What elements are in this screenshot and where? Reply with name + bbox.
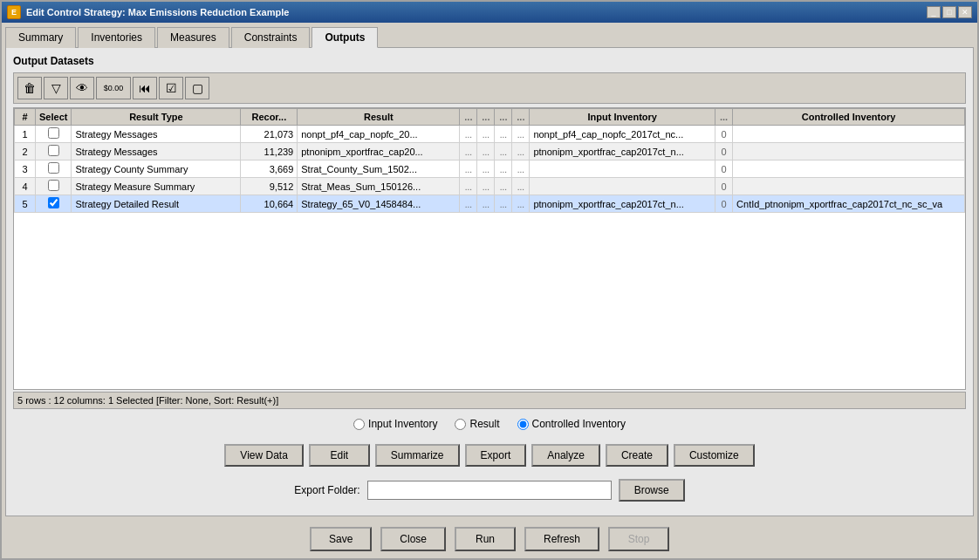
col-header-d4: ... (512, 109, 530, 126)
main-window: E Edit Control Strategy: Max Emissions R… (0, 0, 979, 560)
cell-select[interactable] (36, 143, 72, 160)
cell-result-type: Strategy County Summary (72, 160, 241, 178)
tab-outputs[interactable]: Outputs (312, 27, 378, 48)
check-button[interactable]: ☑ (159, 77, 183, 99)
cell-records: 3,669 (241, 160, 298, 178)
tab-summary[interactable]: Summary (5, 27, 76, 48)
cell-select[interactable] (36, 160, 72, 178)
cell-input-inventory: nonpt_pf4_cap_nopfc_2017ct_nc... (530, 126, 715, 143)
cell-num: 4 (15, 178, 36, 195)
table-row[interactable]: 5 Strategy Detailed Result 10,664 Strate… (15, 195, 965, 213)
row-checkbox-1[interactable] (48, 127, 59, 139)
export-folder-label: Export Folder: (294, 484, 359, 496)
cell-controlled-inventory (733, 178, 965, 195)
output-toolbar: 🗑 ▽ 👁 $0.00 ⏮ ☑ ▢ (13, 72, 966, 104)
cell-d5: 0 (715, 126, 733, 143)
cell-controlled-inventory (733, 143, 965, 160)
export-button[interactable]: Export (465, 444, 527, 467)
radio-result[interactable]: Result (455, 418, 499, 430)
title-bar: E Edit Control Strategy: Max Emissions R… (2, 2, 977, 23)
cell-input-inventory (530, 160, 715, 178)
customize-button[interactable]: Customize (674, 444, 755, 467)
tab-inventories[interactable]: Inventories (78, 27, 155, 48)
row-checkbox-2[interactable] (48, 145, 59, 156)
maximize-button[interactable]: □ (942, 6, 956, 18)
cell-input-inventory: ptnonipm_xportfrac_cap2017ct_n... (530, 195, 715, 213)
table-row[interactable]: 1 Strategy Messages 21,073 nonpt_pf4_cap… (15, 126, 965, 143)
cell-d1: ... (460, 178, 477, 195)
window-controls: _ □ ✕ (927, 6, 972, 18)
minimize-button[interactable]: _ (927, 6, 941, 18)
tab-measures[interactable]: Measures (157, 27, 229, 48)
cell-result: Strat_Meas_Sum_150126... (298, 178, 460, 195)
window-title: Edit Control Strategy: Max Emissions Red… (26, 7, 921, 17)
cell-d4: ... (512, 178, 530, 195)
summarize-button[interactable]: Summarize (375, 444, 460, 467)
cell-result: Strategy_65_V0_1458484... (298, 195, 460, 213)
radio-input-inventory-input[interactable] (353, 419, 365, 430)
radio-result-input[interactable] (455, 419, 466, 430)
cost-button[interactable]: $0.00 (96, 77, 131, 99)
first-button[interactable]: ⏮ (133, 77, 157, 99)
delete-button[interactable]: 🗑 (17, 77, 42, 99)
row-checkbox-4[interactable] (48, 180, 59, 191)
filter-button[interactable]: ▽ (44, 77, 68, 99)
cell-d2: ... (477, 143, 495, 160)
view-button[interactable]: 👁 (70, 77, 94, 99)
cell-num: 1 (15, 126, 36, 143)
col-header-controlled-inventory: Controlled Inventory (733, 109, 965, 126)
table-row[interactable]: 3 Strategy County Summary 3,669 Strat_Co… (15, 160, 965, 178)
col-header-d5: ... (715, 109, 733, 126)
view-data-button[interactable]: View Data (224, 444, 303, 467)
refresh-button[interactable]: Refresh (524, 527, 599, 551)
status-bar: 5 rows : 12 columns: 1 Selected [Filter:… (13, 392, 966, 409)
cell-controlled-inventory (733, 160, 965, 178)
cell-input-inventory (530, 178, 715, 195)
cell-d1: ... (460, 143, 477, 160)
cell-records: 11,239 (241, 143, 298, 160)
run-button[interactable]: Run (455, 527, 516, 551)
export-folder-input[interactable] (367, 481, 612, 500)
stop-button[interactable]: Stop (608, 527, 669, 551)
edit-button[interactable]: Edit (309, 444, 370, 467)
cell-records: 10,664 (241, 195, 298, 213)
tab-constraints[interactable]: Constraints (231, 27, 311, 48)
cell-d2: ... (477, 126, 495, 143)
cell-num: 5 (15, 195, 36, 213)
cell-d4: ... (512, 195, 530, 213)
output-table-container: # Select Result Type Recor... Result ...… (13, 107, 966, 390)
cell-select[interactable] (36, 195, 72, 213)
analyze-button[interactable]: Analyze (531, 444, 600, 467)
cell-d4: ... (512, 160, 530, 178)
cell-result-type: Strategy Measure Summary (72, 178, 241, 195)
cell-d5: 0 (715, 178, 733, 195)
col-header-records: Recor... (241, 109, 298, 126)
cell-controlled-inventory (733, 126, 965, 143)
browse-button[interactable]: Browse (619, 479, 685, 502)
col-header-d3: ... (495, 109, 512, 126)
cell-select[interactable] (36, 126, 72, 143)
output-table: # Select Result Type Recor... Result ...… (14, 108, 965, 213)
cell-result: ptnonipm_xportfrac_cap20... (298, 143, 460, 160)
cell-result-type: Strategy Messages (72, 143, 241, 160)
row-checkbox-5[interactable] (48, 197, 59, 208)
uncheck-button[interactable]: ▢ (185, 77, 209, 99)
cell-result: Strat_County_Sum_1502... (298, 160, 460, 178)
row-checkbox-3[interactable] (48, 162, 59, 174)
table-row[interactable]: 2 Strategy Messages 11,239 ptnonipm_xpor… (15, 143, 965, 160)
cell-d2: ... (477, 178, 495, 195)
create-button[interactable]: Create (606, 444, 668, 467)
app-icon: E (7, 5, 21, 19)
cell-d3: ... (495, 178, 512, 195)
radio-input-inventory[interactable]: Input Inventory (353, 418, 437, 430)
close-button[interactable]: ✕ (958, 6, 972, 18)
table-row[interactable]: 4 Strategy Measure Summary 9,512 Strat_M… (15, 178, 965, 195)
cell-d5: 0 (715, 195, 733, 213)
cell-select[interactable] (36, 178, 72, 195)
radio-controlled-inventory-input[interactable] (517, 419, 529, 430)
save-button[interactable]: Save (310, 527, 372, 551)
cell-records: 9,512 (241, 178, 298, 195)
col-header-d2: ... (477, 109, 495, 126)
radio-controlled-inventory[interactable]: Controlled Inventory (517, 418, 626, 430)
close-bottom-button[interactable]: Close (380, 527, 446, 551)
